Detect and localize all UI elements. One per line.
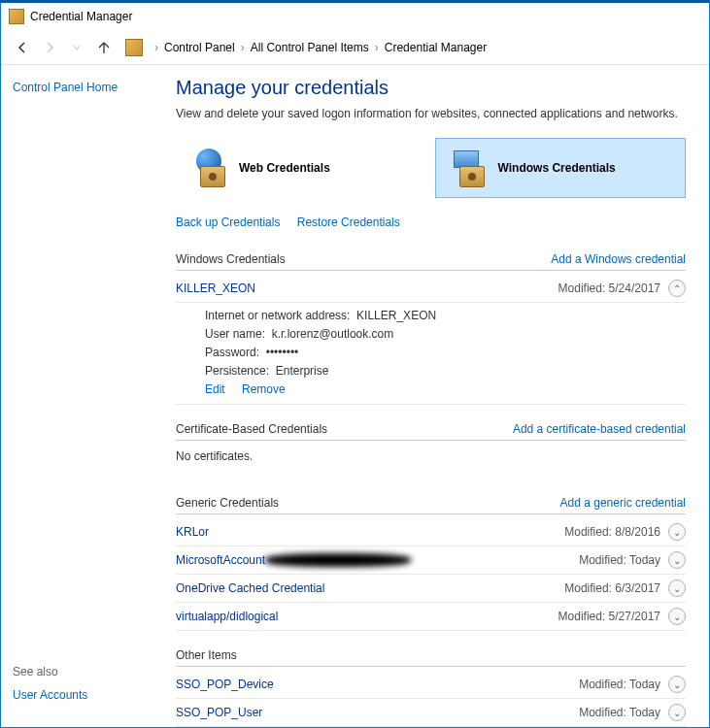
chevron-down-icon[interactable]: ⌄ (668, 523, 686, 541)
remove-link[interactable]: Remove (242, 382, 286, 396)
app-icon (9, 9, 24, 24)
credential-name: KRLor (176, 525, 209, 539)
edit-link[interactable]: Edit (205, 382, 225, 396)
control-panel-home-link[interactable]: Control Panel Home (13, 81, 164, 94)
chevron-down-icon[interactable]: ⌄ (668, 676, 686, 693)
detail-value: •••••••• (266, 346, 299, 359)
tab-label: Windows Credentials (498, 161, 616, 175)
detail-value: KILLER_XEON (356, 309, 436, 322)
detail-label: Internet or network address: (205, 309, 350, 322)
tab-windows-credentials[interactable]: Windows Credentials (435, 138, 687, 198)
chevron-down-icon[interactable]: ⌄ (668, 608, 686, 625)
globe-safe-icon (190, 149, 229, 187)
up-button[interactable] (94, 38, 114, 57)
detail-value: k.r.lorenz@outlook.com (272, 327, 394, 341)
credential-detail: Internet or network address: KILLER_XEON… (176, 303, 686, 405)
credential-row[interactable]: SSO_POP_UserModified: Today⌄ (176, 699, 686, 727)
chevron-right-icon: › (154, 41, 158, 54)
credential-row[interactable]: MicrosoftAccountModified: Today⌄ (176, 546, 686, 575)
credential-row[interactable]: SSO_POP_DeviceModified: Today⌄ (176, 671, 686, 699)
chevron-up-icon[interactable]: ⌃ (668, 280, 686, 297)
credential-name: SSO_POP_User (176, 706, 262, 719)
restore-credentials-link[interactable]: Restore Credentials (297, 215, 400, 229)
chevron-down-icon[interactable]: ⌄ (668, 704, 686, 721)
section-title: Certificate-Based Credentials (176, 422, 327, 436)
credential-row[interactable]: OneDrive Cached CredentialModified: 6/3/… (176, 575, 686, 603)
monitor-safe-icon (450, 149, 489, 187)
chevron-right-icon: › (241, 41, 245, 54)
credential-row[interactable]: KILLER_XEON Modified: 5/24/2017 ⌃ (176, 275, 686, 303)
credential-row[interactable]: virtualapp/didlogicalModified: 5/27/2017… (176, 603, 686, 631)
credential-modified: Modified: Today (579, 706, 660, 719)
navigation-bar: › Control Panel › All Control Panel Item… (1, 30, 709, 65)
breadcrumb-item[interactable]: Credential Manager (385, 41, 487, 54)
chevron-down-icon[interactable]: ⌄ (668, 579, 686, 597)
add-generic-credential-link[interactable]: Add a generic credential (560, 496, 686, 510)
section-title: Windows Credentials (176, 252, 286, 266)
tab-web-credentials[interactable]: Web Credentials (176, 138, 427, 198)
window-title: Credential Manager (30, 10, 132, 23)
tab-label: Web Credentials (239, 161, 330, 175)
breadcrumb-item[interactable]: Control Panel (164, 41, 235, 54)
add-windows-credential-link[interactable]: Add a Windows credential (551, 252, 686, 266)
titlebar: Credential Manager (1, 3, 709, 30)
no-certificates-text: No certificates. (176, 445, 686, 479)
credential-name: MicrosoftAccount (176, 553, 411, 568)
credential-modified: Modified: Today (579, 678, 660, 691)
detail-label: Password: (205, 346, 259, 359)
backup-credentials-link[interactable]: Back up Credentials (176, 215, 280, 229)
credential-modified: Modified: 5/27/2017 (558, 610, 660, 623)
credential-name: OneDrive Cached Credential (176, 581, 324, 595)
recent-dropdown-icon[interactable] (67, 38, 86, 57)
chevron-right-icon: › (375, 41, 379, 54)
breadcrumb[interactable]: › Control Panel › All Control Panel Item… (154, 41, 697, 54)
redacted-text (265, 553, 411, 567)
address-icon (125, 39, 143, 56)
sidebar: Control Panel Home See also User Account… (1, 65, 176, 727)
credential-modified: Modified: 6/3/2017 (564, 581, 660, 595)
user-accounts-link[interactable]: User Accounts (13, 688, 164, 702)
add-certificate-credential-link[interactable]: Add a certificate-based credential (513, 422, 686, 436)
detail-label: User name: (205, 327, 265, 341)
credential-row[interactable]: KRLorModified: 8/8/2016⌄ (176, 518, 686, 546)
detail-value: Enterprise (276, 364, 329, 378)
credential-name: virtualapp/didlogical (176, 610, 278, 623)
section-title: Generic Credentials (176, 496, 279, 510)
credential-modified: Modified: 5/24/2017 (558, 281, 660, 295)
back-button[interactable] (13, 38, 32, 57)
credential-name: SSO_POP_Device (176, 678, 274, 691)
main-content: Manage your credentials View and delete … (176, 65, 709, 727)
page-subtitle: View and delete your saved logon informa… (176, 107, 686, 120)
credential-name: KILLER_XEON (176, 281, 255, 295)
section-title: Other Items (176, 648, 237, 662)
page-title: Manage your credentials (176, 77, 686, 99)
detail-label: Persistence: (205, 364, 269, 378)
chevron-down-icon[interactable]: ⌄ (668, 551, 686, 569)
credential-modified: Modified: 8/8/2016 (564, 525, 660, 539)
forward-button[interactable] (40, 38, 59, 57)
breadcrumb-item[interactable]: All Control Panel Items (251, 41, 369, 54)
see-also-label: See also (13, 665, 164, 678)
credential-modified: Modified: Today (579, 553, 660, 567)
